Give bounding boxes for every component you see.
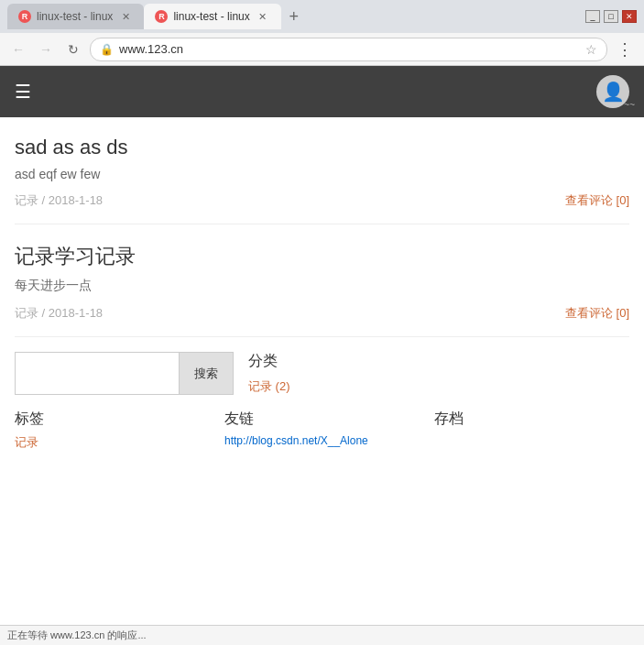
search-box: 搜索	[15, 352, 234, 395]
url-text: www.123.cn	[119, 42, 580, 56]
lower-row: 标签 记录 友链 http://blog.csdn.net/X__Alone 存…	[15, 402, 629, 458]
post-card-2: 记录学习记录 每天进步一点 记录 / 2018-1-18 查看评论 [0]	[15, 224, 629, 337]
post-comments-1[interactable]: 查看评论 [0]	[565, 192, 629, 209]
site-header: ☰ 👤 ~~	[0, 66, 644, 117]
tab-close-2[interactable]: ✕	[256, 9, 270, 24]
search-button[interactable]: 搜索	[180, 352, 234, 395]
forward-button[interactable]: →	[35, 38, 57, 60]
search-row: 搜索 分类 记录 (2)	[15, 344, 629, 402]
refresh-button[interactable]: ↻	[62, 38, 84, 60]
tab-favicon-2: R	[155, 10, 168, 23]
main-content: sad as as ds asd eqf ew few 记录 / 2018-1-…	[0, 117, 644, 458]
archive-box: 存档	[434, 410, 629, 451]
archive-title: 存档	[434, 410, 629, 429]
page-content: ☰ 👤 ~~ sad as as ds asd eqf ew few 记录 / …	[0, 66, 644, 625]
wave-decoration: ~~	[624, 100, 635, 110]
tag-item-1[interactable]: 记录	[15, 435, 38, 449]
tab-1[interactable]: R linux-test - linux ✕	[7, 4, 144, 29]
tags-title: 标签	[15, 410, 210, 429]
tab-strip: R linux-test - linux ✕ R linux-test - li…	[7, 4, 582, 29]
tab-2[interactable]: R linux-test - linux ✕	[144, 4, 280, 29]
post-date-1: 记录 / 2018-1-18	[15, 192, 103, 209]
category-box: 分类 记录 (2)	[248, 352, 629, 395]
tab-label-2: linux-test - linux	[173, 10, 249, 23]
browser-menu-button[interactable]: ⋮	[613, 38, 637, 61]
avatar-icon: 👤	[602, 81, 625, 103]
status-text: 正在等待 www.123.cn 的响应...	[7, 629, 147, 642]
minimize-button[interactable]: _	[585, 10, 600, 23]
friends-title: 友链	[224, 410, 420, 429]
hamburger-menu[interactable]: ☰	[15, 81, 31, 103]
search-input[interactable]	[15, 352, 180, 395]
tab-label-1: linux-test - linux	[37, 10, 113, 23]
post-date-2: 记录 / 2018-1-18	[15, 305, 103, 322]
title-bar: R linux-test - linux ✕ R linux-test - li…	[0, 0, 644, 33]
status-bar: 正在等待 www.123.cn 的响应...	[0, 625, 644, 645]
post-title-2: 记录学习记录	[15, 243, 629, 270]
category-item-1[interactable]: 记录 (2)	[248, 379, 290, 393]
post-card-1: sad as as ds asd eqf ew few 记录 / 2018-1-…	[15, 117, 629, 224]
new-tab-button[interactable]: +	[281, 4, 307, 29]
user-avatar[interactable]: 👤 ~~	[596, 75, 629, 108]
back-button[interactable]: ←	[7, 38, 29, 60]
category-title: 分类	[248, 352, 629, 371]
friends-box: 友链 http://blog.csdn.net/X__Alone	[224, 410, 420, 451]
tab-favicon-1: R	[18, 10, 31, 23]
bookmark-icon[interactable]: ☆	[585, 42, 597, 57]
browser-window: R linux-test - linux ✕ R linux-test - li…	[0, 0, 644, 645]
bottom-section: 搜索 分类 记录 (2) 标签 记录 友链 http://blog.csdn.n…	[15, 337, 629, 458]
close-button[interactable]: ✕	[622, 10, 637, 23]
address-bar: ← → ↻ 🔒 www.123.cn ☆ ⋮	[0, 33, 644, 66]
tab-close-1[interactable]: ✕	[118, 9, 133, 24]
lock-icon: 🔒	[100, 43, 114, 56]
post-excerpt-2: 每天进步一点	[15, 278, 629, 294]
maximize-button[interactable]: □	[604, 10, 618, 23]
tags-box: 标签 记录	[15, 410, 210, 451]
window-controls: _ □ ✕	[585, 10, 637, 23]
friend-item-1[interactable]: http://blog.csdn.net/X__Alone	[224, 434, 420, 447]
url-bar[interactable]: 🔒 www.123.cn ☆	[90, 38, 607, 61]
post-meta-2: 记录 / 2018-1-18 查看评论 [0]	[15, 305, 629, 322]
post-comments-2[interactable]: 查看评论 [0]	[565, 305, 629, 322]
post-meta-1: 记录 / 2018-1-18 查看评论 [0]	[15, 192, 629, 209]
post-title-1: sad as as ds	[15, 136, 629, 159]
post-excerpt-1: asd eqf ew few	[15, 167, 629, 181]
